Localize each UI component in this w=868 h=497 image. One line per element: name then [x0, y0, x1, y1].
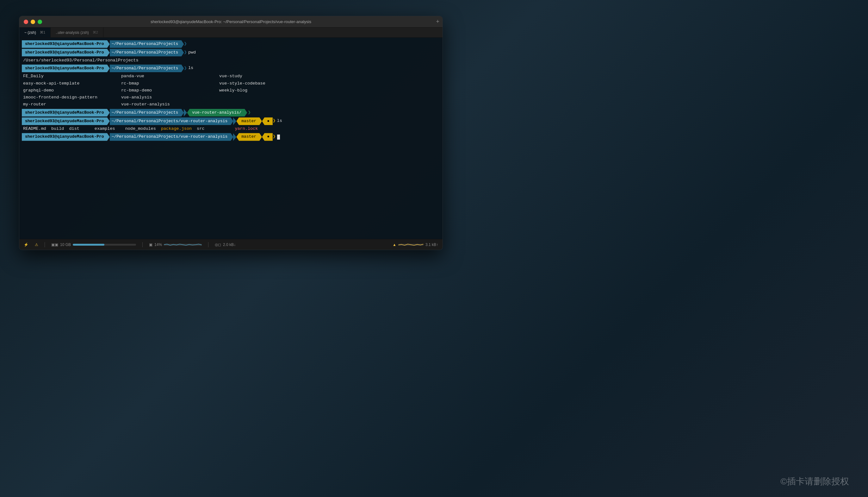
dir-item-vue-analysis: vue-analysis — [121, 94, 219, 101]
status-net-up: ▲ 3.1 kB↑ — [393, 242, 438, 247]
terminal-line-1: sherlocked93@qianyudeMacBook-Pro ~/Perso… — [22, 40, 440, 48]
net-up-icon: ▲ — [393, 242, 396, 247]
cpu-graph — [164, 244, 202, 246]
path-arrow-4 — [184, 109, 187, 116]
net-memory-icon: ◎◻ — [215, 242, 221, 247]
terminal-line-2: sherlocked93@qianyudeMacBook-Pro ~/Perso… — [22, 49, 440, 57]
terminal-line-6: sherlocked93@qianyudeMacBook-Pro ~/Perso… — [22, 133, 440, 141]
tab-2-label: ..uter-analysis (zsh) — [56, 30, 89, 35]
status-cpu: ▣ 14% — [149, 242, 202, 247]
prompt-arrow-2: ❯ — [184, 49, 187, 57]
dir-item-empty2 — [219, 101, 317, 108]
tab-2-shortcut: ⌘2 — [93, 30, 98, 34]
terminal-line-5: sherlocked93@qianyudeMacBook-Pro ~/Perso… — [22, 117, 440, 125]
cpu-icon: ▣ — [149, 242, 152, 247]
status-divider-1 — [45, 242, 45, 247]
file-readme: README.md — [23, 126, 46, 132]
prompt-path-5: ~/Personal/PersonalProjects/vue-router-a… — [110, 117, 233, 125]
dir-item-weekly-blog: weekly-blog — [219, 87, 317, 94]
terminal-window: sherlocked93@qianyudeMacBook-Pro: ~/Pers… — [19, 16, 443, 250]
branch-end-arrow-5: ❯ — [273, 117, 276, 125]
file-listing: README.md build dist examples node_modul… — [22, 126, 440, 132]
file-package-json: package.json — [161, 126, 192, 132]
cmd-ls-2: ls — [277, 118, 282, 124]
net-up-graph — [398, 244, 424, 246]
status-warning-icon: ⚠ — [35, 242, 38, 247]
dir-item-rc-bmap-demo: rc-bmap-demo — [121, 87, 219, 94]
prompt-path-2: ~/Personal/PersonalProjects — [110, 49, 184, 56]
net-down-label: 2.0 kB↓ — [223, 242, 236, 247]
watermark: ©插卡请删除授权 — [780, 475, 849, 487]
dir-item-vue-study: vue-study — [219, 73, 317, 80]
prompt-user-1: sherlocked93@qianyudeMacBook-Pro — [22, 40, 110, 48]
file-node-modules: node_modules — [125, 126, 156, 132]
dir-item-vue-style: vue-style-codebase — [219, 80, 317, 87]
prompt-path-3: ~/Personal/PersonalProjects — [110, 65, 184, 72]
dir-item-vue-router-analysis: vue-router-analysis — [121, 101, 219, 108]
cpu-wave — [164, 244, 202, 246]
prompt-dot-6: ● — [262, 133, 273, 141]
close-button[interactable] — [24, 19, 28, 24]
prompt-branch-6: master — [236, 133, 262, 141]
tab-1-shortcut: ⌘1 — [40, 30, 45, 34]
prompt-dot-5: ● — [262, 117, 273, 125]
disk-label: 10 GB — [60, 242, 71, 247]
terminal-line-3: sherlocked93@qianyudeMacBook-Pro ~/Perso… — [22, 65, 440, 72]
disk-icon: ▣▣ — [51, 242, 58, 247]
dir-item-my-router: my-router — [23, 101, 121, 108]
dir-item-easy-mock: easy-mock-api-template — [23, 80, 121, 87]
path-arrow-6 — [233, 133, 236, 141]
branch-end-arrow-6: ❯ — [273, 133, 276, 141]
dir-item-rc-bmap: rc-bmap — [121, 80, 219, 87]
tab-bar: ~ (zsh) ⌘1 ..uter-analysis (zsh) ⌘2 — [19, 28, 443, 38]
terminal-cursor — [277, 134, 280, 140]
cmd-ls-1: ls — [188, 65, 193, 72]
dir-item-graphql: graphql-demo — [23, 87, 121, 94]
cpu-label: 14% — [155, 242, 162, 247]
net-up-label: 3.1 kB↑ — [425, 242, 438, 247]
dir-arrow-4: ❯ — [248, 109, 251, 117]
status-bar: ⚡ ⚠ ▣▣ 10 GB ▣ 14% ◎◻ 2.0 kB↓ ▲ — [19, 239, 443, 250]
path-arrow-5 — [233, 117, 236, 125]
dir-item-FE_Daily: FE_Daily — [23, 73, 121, 80]
file-examples: examples — [94, 126, 115, 132]
dir-item-panda-vue: panda-vue — [121, 73, 219, 80]
maximize-button[interactable] — [38, 19, 42, 24]
prompt-user-3: sherlocked93@qianyudeMacBook-Pro — [22, 65, 110, 72]
terminal-body: sherlocked93@qianyudeMacBook-Pro ~/Perso… — [19, 38, 443, 250]
disk-progress-bar — [73, 244, 136, 246]
minimize-button[interactable] — [31, 19, 35, 24]
prompt-arrow-1: ❯ — [184, 40, 187, 48]
title-bar: sherlocked93@qianyudeMacBook-Pro: ~/Pers… — [19, 16, 443, 28]
prompt-path-1: ~/Personal/PersonalProjects — [110, 40, 184, 48]
status-net-down: ◎◻ 2.0 kB↓ — [215, 242, 236, 247]
cmd-pwd: pwd — [188, 49, 196, 56]
status-lightning-icon: ⚡ — [24, 242, 28, 247]
prompt-arrow-3: ❯ — [184, 65, 187, 72]
status-divider-2 — [142, 242, 143, 247]
tab-2[interactable]: ..uter-analysis (zsh) ⌘2 — [50, 28, 103, 37]
file-build: build — [51, 126, 64, 132]
net-up-wave — [398, 244, 424, 246]
prompt-path-6: ~/Personal/PersonalProjects/vue-router-a… — [110, 133, 233, 141]
status-divider-3 — [208, 242, 208, 247]
file-dist: dist — [69, 126, 79, 132]
window-title: sherlocked93@qianyudeMacBook-Pro: ~/Pers… — [150, 19, 311, 24]
new-tab-button[interactable]: + — [436, 19, 439, 25]
traffic-lights — [19, 19, 42, 24]
file-src: src — [197, 126, 204, 132]
prompt-user-5: sherlocked93@qianyudeMacBook-Pro — [22, 117, 110, 125]
tab-1[interactable]: ~ (zsh) ⌘1 — [19, 28, 50, 37]
output-pwd: /Users/sherlocked93/Personal/PersonalPro… — [22, 57, 440, 64]
tab-1-label: ~ (zsh) — [24, 30, 36, 35]
prompt-branch-5: master — [236, 117, 262, 125]
prompt-user-2: sherlocked93@qianyudeMacBook-Pro — [22, 49, 110, 56]
prompt-user-6: sherlocked93@qianyudeMacBook-Pro — [22, 133, 110, 141]
prompt-path-4: ~/Personal/PersonalProjects — [110, 109, 184, 116]
prompt-user-4: sherlocked93@qianyudeMacBook-Pro — [22, 109, 110, 116]
file-yarn-lock: yarn.lock — [235, 126, 258, 132]
status-disk: ▣▣ 10 GB — [51, 242, 136, 247]
prompt-dir-4: vue-router-analysis/ — [187, 109, 247, 116]
terminal-line-4: sherlocked93@qianyudeMacBook-Pro ~/Perso… — [22, 109, 440, 117]
dir-item-imooc: imooc-frontend-design-pattern — [23, 94, 121, 101]
